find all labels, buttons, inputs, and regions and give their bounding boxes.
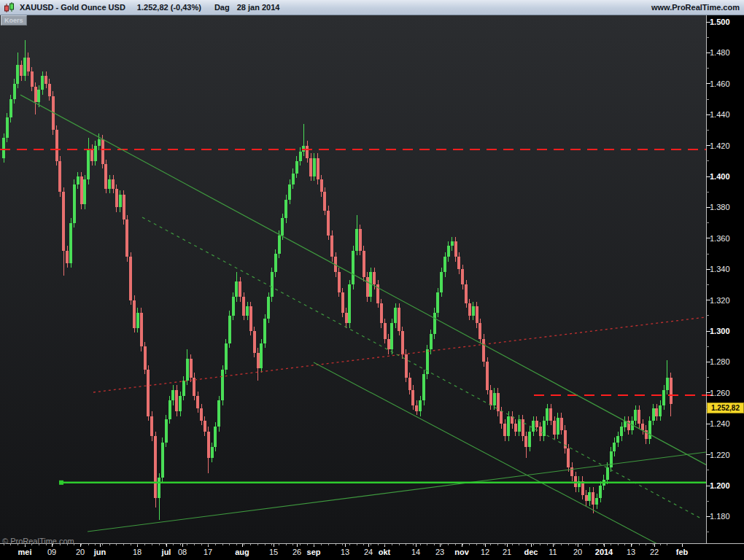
y-axis-label: 1.200 [710,481,730,490]
quote-change: 1.252,82 (-0,43%) [137,3,201,12]
x-axis-label: 17 [204,548,212,556]
x-axis-label: 13 [627,548,635,556]
x-axis-label: mei [18,548,32,556]
x-axis-label: nov [454,548,469,556]
y-axis-label: 1.360 [710,234,730,243]
y-axis-label: 1.380 [710,203,730,211]
x-axis-label: 11 [549,548,557,556]
y-axis-label: 1.480 [710,48,730,57]
y-axis-label: 1.280 [710,357,730,366]
x-axis-label: 24 [364,548,373,556]
x-axis-label: 13 [341,548,349,556]
x-axis-label: 2014 [595,548,613,556]
x-axis-label: sep [307,548,321,556]
y-axis-label: 1.400 [710,172,730,181]
title-bar: XAUUSD - Gold Ounce USD 1.252,82 (-0,43%… [0,0,744,15]
x-axis-label: 09 [47,548,56,556]
chart-date: 28 jan 2014 [237,3,280,12]
y-axis-label: 1.260 [710,389,730,397]
symbol-title: XAUUSD - Gold Ounce USD [20,3,125,12]
y-axis-label: 1.460 [710,79,730,88]
x-axis-label: 12 [481,548,489,556]
x-axis-label: jul [162,548,171,556]
y-axis-label: 1.420 [710,141,730,150]
x-axis-label: okt [379,548,391,556]
tab-koers[interactable]: Koers [1,15,27,26]
app-window: XAUUSD - Gold Ounce USD 1.252,82 (-0,43%… [0,0,744,560]
x-axis-label: 26 [292,548,301,556]
y-axis-label: 1.440 [710,110,730,119]
y-axis-label: 1.320 [710,296,730,305]
copyright-watermark: © ProRealTime.com [2,537,74,545]
x-axis-label: 08 [178,548,187,556]
x-axis-label: feb [676,548,689,556]
chart-canvas[interactable] [0,0,744,560]
y-axis-label: 1.500 [710,18,730,26]
x-axis-label: 14 [411,548,420,556]
y-axis-label: 1.300 [710,327,730,335]
x-axis-label: jun [94,548,106,556]
x-axis-label: 20 [573,548,582,556]
x-axis-label: 15 [269,548,278,556]
x-axis-label: aug [235,548,249,556]
y-axis-label: 1.240 [710,419,730,428]
x-axis-label: 18 [133,548,142,556]
y-axis-label: 1.340 [710,265,730,273]
current-price-label: 1.252,82 [707,402,744,413]
y-axis-label: 1.220 [710,451,730,459]
y-axis-label: 1.180 [710,512,730,521]
x-axis-label: 22 [650,548,659,556]
x-axis-label: 20 [76,548,85,556]
timeframe-label: Dag [214,3,230,12]
x-axis-label: 21 [503,548,511,556]
x-axis-label: dec [524,548,538,556]
candlestick-icon [3,1,15,13]
prorealtime-link[interactable]: www.ProRealTime.com [651,3,740,12]
x-axis-label: 23 [435,548,444,556]
